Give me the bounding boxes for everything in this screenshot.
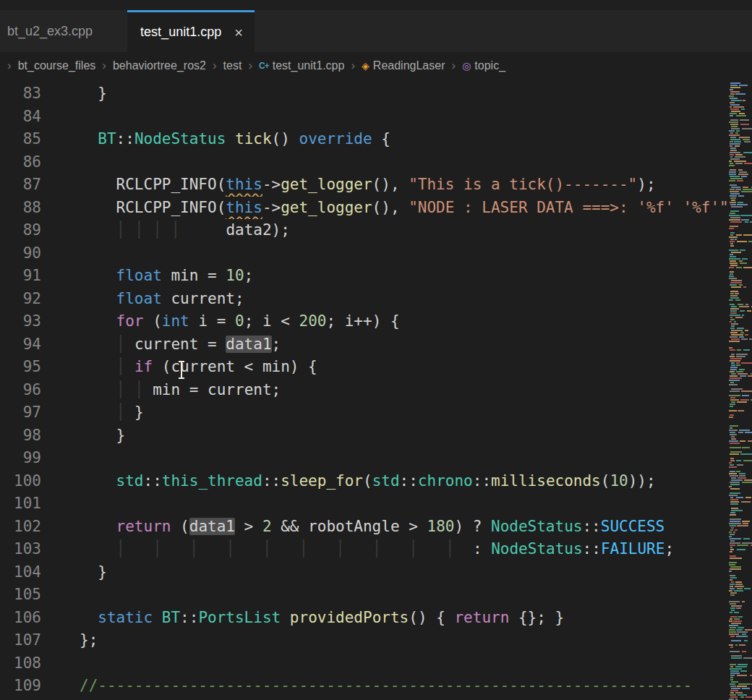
minimap-line [729, 688, 752, 689]
code-line[interactable]: return (data1 > 2 && robotAngle > 180) ?… [41, 516, 729, 539]
minimap-line [729, 679, 752, 680]
minimap-line [729, 525, 752, 526]
code-area[interactable]: 83 }84 85 BT::NodeStatus tick() override… [0, 82, 729, 700]
tab-bt_u2_ex3-cpp[interactable]: bt_u2_ex3.cpp [0, 10, 127, 52]
minimap-line [729, 380, 752, 381]
code-line[interactable]: } [41, 561, 729, 584]
line-number[interactable]: 107 [0, 629, 41, 652]
breadcrumb-item-behaviortree-ros2[interactable]: behaviortree_ros2 [113, 59, 206, 72]
minimap-line [729, 440, 752, 442]
code-line[interactable] [41, 242, 729, 265]
code-line[interactable]: //--------------------------------------… [41, 675, 729, 698]
minimap-line [729, 417, 752, 418]
line-number[interactable]: 101 [0, 492, 41, 516]
minimap-line [729, 377, 752, 379]
minimap-line [729, 631, 752, 633]
breadcrumb-item-test[interactable]: test [223, 59, 242, 72]
minimap-line [729, 289, 752, 290]
code-line[interactable]: │ if (current < min) { [41, 356, 729, 379]
minimap-line [729, 497, 752, 498]
minimap-line [729, 562, 752, 563]
code-line[interactable] [41, 151, 729, 174]
code-line[interactable]: │ │ min = current; [41, 379, 729, 402]
line-number[interactable]: 90 [0, 242, 41, 265]
code-line[interactable]: static BT::PortsList providedPorts() { r… [41, 607, 729, 630]
code-line[interactable]: │ } [41, 401, 729, 424]
minimap[interactable] [729, 82, 752, 700]
line-number[interactable]: 84 [0, 106, 41, 129]
code-line[interactable]: │ │ │ │ │ │ │ │ │ │ : NodeStatus::FAILUR… [41, 538, 729, 561]
line-number[interactable]: 105 [0, 584, 41, 607]
minimap-line [729, 141, 752, 142]
code-line[interactable]: RCLCPP_INFO(this->get_logger(), "NODE : … [41, 197, 729, 220]
line-number[interactable]: 83 [0, 82, 41, 106]
line-number[interactable]: 99 [0, 447, 41, 470]
minimap-line [729, 518, 752, 520]
code-line[interactable]: } [41, 82, 729, 106]
minimap-line [729, 171, 752, 173]
editor-row: 92 float current; [0, 288, 729, 311]
editor-row: 88 RCLCPP_INFO(this->get_logger(), "NODE… [0, 197, 729, 220]
line-number[interactable]: 92 [0, 288, 41, 311]
line-number[interactable]: 96 [0, 379, 41, 402]
line-number[interactable]: 97 [0, 401, 41, 424]
code-line[interactable] [41, 447, 729, 470]
line-number[interactable]: 88 [0, 197, 41, 220]
code-line[interactable]: BT::NodeStatus tick() override { [41, 128, 729, 151]
line-number[interactable]: 98 [0, 424, 41, 448]
minimap-line [729, 135, 752, 136]
code-line[interactable] [41, 584, 729, 607]
code-line[interactable]: } [41, 424, 729, 448]
minimap-line [729, 430, 752, 431]
line-number[interactable]: 93 [0, 310, 41, 333]
minimap-line [729, 328, 752, 329]
minimap-line [729, 479, 752, 481]
minimap-line [729, 638, 752, 639]
breadcrumb-item-readinglaser[interactable]: ◈ ReadingLaser [362, 59, 445, 72]
line-number[interactable]: 100 [0, 470, 41, 493]
line-number[interactable]: 86 [0, 151, 41, 174]
code-line[interactable]: }; [41, 629, 729, 652]
minimap-line [729, 184, 752, 186]
minimap-line [729, 193, 752, 195]
line-number[interactable]: 85 [0, 128, 41, 151]
minimap-line [729, 542, 752, 544]
breadcrumb-item-topic[interactable]: ◎ topic_ [462, 59, 505, 72]
line-number[interactable]: 89 [0, 219, 41, 242]
minimap-line [729, 269, 752, 270]
code-line[interactable] [41, 106, 729, 129]
close-icon[interactable]: × [234, 25, 243, 40]
line-number[interactable]: 87 [0, 174, 41, 197]
minimap-line [729, 449, 752, 451]
minimap-line [729, 560, 752, 561]
editor-row: 102 return (data1 > 2 && robotAngle > 18… [0, 516, 729, 539]
minimap-line [729, 412, 752, 414]
minimap-line [729, 601, 752, 602]
tab-test_unit1-cpp[interactable]: test_unit1.cpp × [127, 10, 255, 52]
line-number[interactable]: 108 [0, 652, 41, 675]
minimap-line [729, 408, 752, 409]
line-number[interactable]: 104 [0, 561, 41, 584]
breadcrumb-item-test-unit1-cpp[interactable]: C+ test_unit1.cpp [259, 59, 344, 72]
code-line[interactable]: std::this_thread::sleep_for(std::chrono:… [41, 470, 729, 493]
line-number[interactable]: 94 [0, 333, 41, 357]
code-line[interactable]: │ current = data1; [41, 333, 729, 357]
code-line[interactable]: │ │ │ │ data2); [41, 219, 729, 242]
code-line[interactable] [41, 652, 729, 675]
minimap-line [729, 343, 752, 344]
editor-row: 96 │ │ min = current; [0, 379, 729, 402]
minimap-line [729, 308, 752, 310]
line-number[interactable]: 102 [0, 516, 41, 539]
minimap-line [729, 345, 752, 346]
line-number[interactable]: 106 [0, 607, 41, 630]
code-line[interactable]: float current; [41, 288, 729, 311]
line-number[interactable]: 95 [0, 356, 41, 379]
code-line[interactable] [41, 492, 729, 516]
line-number[interactable]: 91 [0, 265, 41, 288]
code-line[interactable]: for (int i = 0; i < 200; i++) { [41, 310, 729, 333]
code-line[interactable]: RCLCPP_INFO(this->get_logger(), "This is… [41, 174, 729, 197]
line-number[interactable]: 103 [0, 538, 41, 561]
breadcrumb-item-bt-course-files[interactable]: bt_course_files [18, 59, 96, 72]
line-number[interactable]: 109 [0, 675, 41, 698]
code-line[interactable]: float min = 10; [41, 265, 729, 288]
